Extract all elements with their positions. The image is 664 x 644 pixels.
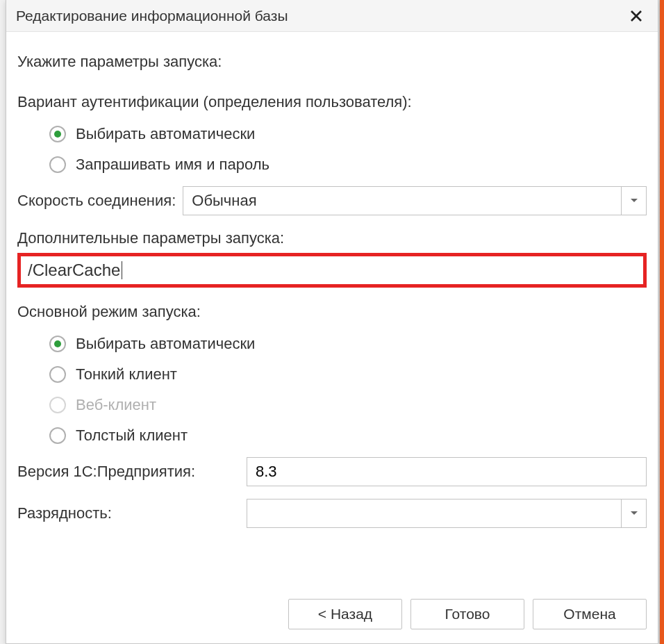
radio-label: Тонкий клиент <box>76 365 177 383</box>
radio-icon <box>49 427 66 444</box>
version-input[interactable] <box>247 457 647 486</box>
chevron-down-icon <box>630 198 638 204</box>
button-label: Готово <box>445 606 490 622</box>
mode-option-thin[interactable]: Тонкий клиент <box>49 365 647 383</box>
button-label: Отмена <box>563 606 615 622</box>
button-label: < Назад <box>318 606 372 622</box>
dropdown-toggle[interactable] <box>621 187 646 215</box>
extra-params-input[interactable]: /ClearCache <box>28 261 636 280</box>
extra-params-value: /ClearCache <box>28 261 120 280</box>
auth-option-prompt[interactable]: Запрашивать имя и пароль <box>49 156 647 174</box>
connection-speed-label: Скорость соединения: <box>17 192 176 210</box>
dialog-title: Редактирование информационной базы <box>16 8 288 24</box>
mode-option-web: Веб-клиент <box>49 396 647 414</box>
bitness-label: Разрядность: <box>17 504 247 522</box>
dialog-window: Редактирование информационной базы Укажи… <box>6 0 658 644</box>
dropdown-toggle[interactable] <box>621 499 646 527</box>
dropdown-value: Обычная <box>183 192 265 210</box>
back-button[interactable]: < Назад <box>288 599 402 629</box>
button-bar: < Назад Готово Отмена <box>288 599 647 629</box>
radio-label: Веб-клиент <box>76 396 156 414</box>
radio-label: Толстый клиент <box>76 427 188 445</box>
mode-option-thick[interactable]: Толстый клиент <box>49 427 647 445</box>
radio-label: Выбирать автоматически <box>76 335 255 353</box>
finish-button[interactable]: Готово <box>410 599 524 629</box>
startup-params-heading: Укажите параметры запуска: <box>17 53 647 71</box>
radio-icon <box>49 156 66 173</box>
bitness-dropdown[interactable] <box>247 499 647 528</box>
main-mode-heading: Основной режим запуска: <box>17 303 647 321</box>
extra-params-highlight: /ClearCache <box>17 253 647 288</box>
radio-label: Выбирать автоматически <box>76 125 255 143</box>
connection-speed-row: Скорость соединения: Обычная <box>17 186 647 215</box>
connection-speed-dropdown[interactable]: Обычная <box>183 186 647 215</box>
version-field[interactable] <box>247 458 646 486</box>
text-cursor-icon <box>122 261 122 279</box>
close-button[interactable] <box>626 6 647 26</box>
version-row: Версия 1С:Предприятия: <box>17 457 647 486</box>
extra-params-label: Дополнительные параметры запуска: <box>17 229 647 247</box>
auth-heading: Вариант аутентификации (определения поль… <box>17 93 647 111</box>
auth-radio-group: Выбирать автоматически Запрашивать имя и… <box>49 125 647 174</box>
mode-radio-group: Выбирать автоматически Тонкий клиент Веб… <box>49 335 647 445</box>
dialog-content: Укажите параметры запуска: Вариант аутен… <box>6 32 658 528</box>
auth-option-auto[interactable]: Выбирать автоматически <box>49 125 647 143</box>
close-icon <box>629 9 643 23</box>
titlebar: Редактирование информационной базы <box>6 0 658 32</box>
radio-icon <box>49 397 66 413</box>
bitness-row: Разрядность: <box>17 499 647 528</box>
radio-icon <box>49 366 66 383</box>
version-label: Версия 1С:Предприятия: <box>17 463 247 481</box>
window-shadow <box>658 0 660 644</box>
radio-icon <box>49 336 66 352</box>
window-edge <box>660 0 664 644</box>
radio-icon <box>49 126 66 142</box>
cancel-button[interactable]: Отмена <box>533 599 647 629</box>
chevron-down-icon <box>630 511 638 516</box>
radio-label: Запрашивать имя и пароль <box>76 156 269 174</box>
mode-option-auto[interactable]: Выбирать автоматически <box>49 335 647 353</box>
